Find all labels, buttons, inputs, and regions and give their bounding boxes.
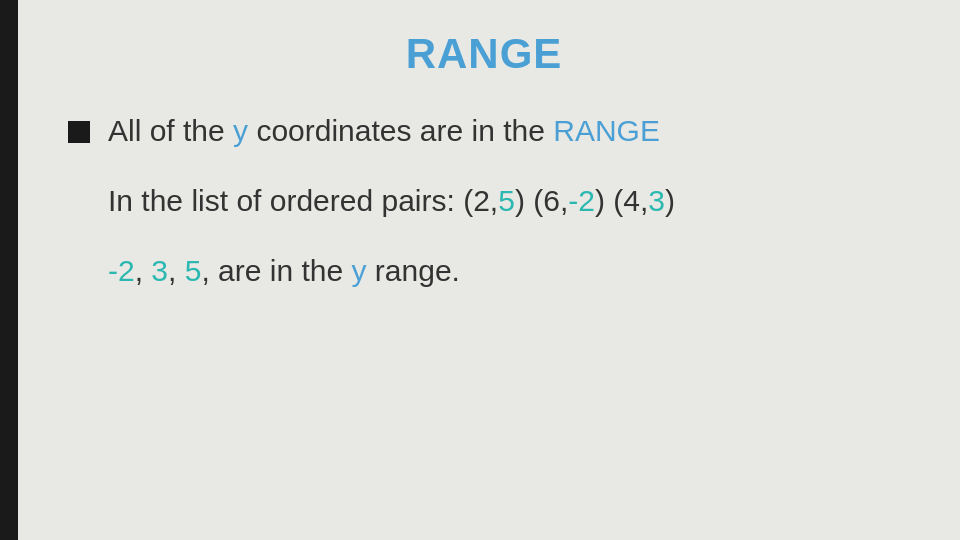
bullet-text-prefix: All of the bbox=[108, 114, 233, 147]
left-bar bbox=[0, 0, 18, 540]
ordered-pairs-line: In the list of ordered pairs: (2,5) (6,-… bbox=[68, 180, 900, 222]
val-5: 5 bbox=[185, 254, 202, 287]
pairs-prefix: In the list of ordered pairs: (2, bbox=[108, 184, 498, 217]
num-neg2: -2 bbox=[568, 184, 595, 217]
range-values-line: -2, 3, 5, are in the y range. bbox=[68, 250, 900, 292]
comma2: , bbox=[168, 254, 185, 287]
pairs-end: ) bbox=[665, 184, 675, 217]
bullet-text: All of the y coordinates are in the RANG… bbox=[108, 110, 660, 152]
comma1: , bbox=[135, 254, 152, 287]
val-3: 3 bbox=[151, 254, 168, 287]
page-title: RANGE bbox=[68, 30, 900, 78]
num-3: 3 bbox=[648, 184, 665, 217]
main-content: RANGE All of the y coordinates are in th… bbox=[18, 0, 960, 540]
bullet-line-1: All of the y coordinates are in the RANG… bbox=[68, 110, 900, 152]
range-end: range. bbox=[367, 254, 460, 287]
bullet-range: RANGE bbox=[553, 114, 660, 147]
bullet-icon bbox=[68, 121, 90, 143]
pairs-mid2: ) (4, bbox=[595, 184, 648, 217]
range-y: y bbox=[352, 254, 367, 287]
val-neg2: -2 bbox=[108, 254, 135, 287]
bullet-text-middle: coordinates are in the bbox=[248, 114, 553, 147]
bullet-y: y bbox=[233, 114, 248, 147]
num-5: 5 bbox=[498, 184, 515, 217]
pairs-mid1: ) (6, bbox=[515, 184, 568, 217]
range-text: , are in the bbox=[201, 254, 351, 287]
